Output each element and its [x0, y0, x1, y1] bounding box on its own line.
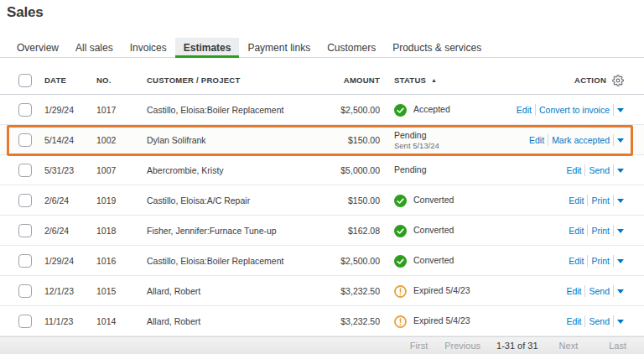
status-label: Accepted	[413, 104, 450, 115]
select-all-checkbox-cell	[18, 65, 32, 95]
sort-ascending-icon: ▲	[431, 77, 437, 83]
row-checkbox[interactable]	[18, 194, 32, 207]
action-dropdown-caret[interactable]	[617, 108, 624, 112]
action-edit-link[interactable]: Edit	[517, 105, 532, 115]
select-all-checkbox[interactable]	[18, 74, 32, 87]
tab-products-services[interactable]: Products & services	[384, 38, 490, 57]
status-content: Converted	[394, 225, 454, 237]
action-dropdown-caret[interactable]	[617, 229, 624, 233]
cell-status: Accepted	[394, 95, 450, 125]
action-dropdown-caret[interactable]	[617, 289, 624, 294]
header-no[interactable]: NO.	[96, 65, 112, 95]
action-dropdown-caret[interactable]	[617, 138, 624, 143]
pagination-first[interactable]: First	[410, 341, 428, 351]
header-action: ACTION	[574, 65, 624, 95]
action-print-link[interactable]: Print	[591, 226, 610, 236]
cell-action: EditConvert to invoice	[517, 95, 624, 125]
cell-status: PendingSent 5/13/24	[394, 125, 439, 155]
cell-status: Expired 5/4/23	[394, 306, 470, 336]
tab-bar: OverviewAll salesInvoicesEstimatesPaymen…	[0, 38, 644, 58]
action-dropdown-caret[interactable]	[617, 199, 624, 203]
action-dropdown-caret[interactable]	[617, 259, 624, 263]
action-dropdown-caret[interactable]	[617, 320, 624, 324]
tab-overview[interactable]: Overview	[8, 38, 67, 57]
action-separator	[613, 195, 614, 206]
row-checkbox-cell	[18, 216, 32, 246]
row-checkbox[interactable]	[18, 315, 32, 328]
cell-amount: $3,232.50	[340, 276, 380, 306]
tab-payment-links[interactable]: Payment links	[239, 38, 319, 57]
cell-amount: $5,000.00	[340, 155, 380, 185]
actions-group: EditSend	[566, 315, 624, 327]
status-expired-warning-icon	[394, 315, 407, 328]
action-send-link[interactable]: Send	[589, 316, 610, 326]
icon-shape	[394, 225, 407, 237]
row-checkbox[interactable]	[18, 224, 32, 237]
cell-date: 12/1/23	[44, 276, 74, 306]
action-print-link[interactable]: Print	[591, 195, 610, 206]
action-send-link[interactable]: Send	[589, 286, 610, 296]
action-mark-accepted-link[interactable]: Mark accepted	[552, 135, 610, 145]
tab-customers[interactable]: Customers	[319, 38, 384, 57]
status-label: Expired 5/4/23	[413, 315, 470, 326]
gear-icon[interactable]	[612, 75, 624, 86]
action-separator	[548, 134, 548, 146]
action-edit-link[interactable]: Edit	[569, 226, 584, 236]
action-edit-link[interactable]: Edit	[569, 195, 584, 206]
status-label: Converted	[413, 225, 454, 236]
status-content: PendingSent 5/13/24	[394, 130, 439, 151]
cell-amount: $2,500.00	[340, 95, 380, 125]
cell-date: 1/29/24	[44, 246, 74, 276]
action-send-link[interactable]: Send	[589, 165, 610, 175]
pagination-last[interactable]: Last	[609, 341, 626, 351]
status-text-block: Converted	[413, 255, 454, 266]
status-label: Converted	[413, 195, 454, 206]
tab-all-sales[interactable]: All sales	[67, 38, 122, 57]
status-label: Pending	[394, 130, 439, 141]
action-convert-to-invoice-link[interactable]: Convert to invoice	[539, 105, 610, 115]
pagination-next[interactable]: Next	[559, 341, 579, 351]
header-status[interactable]: STATUS ▲	[394, 65, 437, 95]
action-edit-link[interactable]: Edit	[566, 165, 581, 175]
actions-group: EditConvert to invoice	[517, 104, 624, 116]
status-content: Accepted	[394, 104, 450, 117]
cell-status: Converted	[394, 185, 454, 216]
action-print-link[interactable]: Print	[591, 256, 610, 266]
cell-date: 1/29/24	[44, 95, 74, 125]
tab-invoices[interactable]: Invoices	[122, 38, 175, 57]
actions-group: EditSend	[566, 164, 624, 176]
action-edit-link[interactable]: Edit	[566, 286, 581, 296]
table-row: 2/6/241018Fisher, Jennifer:Furnace Tune-…	[0, 216, 644, 246]
table-header-row: DATE NO. CUSTOMER / PROJECT AMOUNT STATU…	[0, 59, 644, 95]
pagination-previous[interactable]: Previous	[444, 341, 480, 351]
header-amount[interactable]: AMOUNT	[344, 65, 380, 95]
icon-shape	[612, 75, 624, 86]
cell-no: 1015	[96, 276, 116, 306]
action-separator	[584, 285, 585, 297]
action-separator	[584, 315, 585, 327]
row-checkbox[interactable]	[18, 133, 32, 147]
cell-action: EditPrint	[569, 185, 624, 216]
action-dropdown-caret[interactable]	[617, 169, 624, 173]
action-separator	[587, 255, 588, 267]
icon-shape	[394, 255, 407, 268]
cell-action: EditSend	[566, 306, 624, 336]
action-edit-link[interactable]: Edit	[566, 316, 581, 326]
cell-no: 1014	[96, 306, 116, 336]
row-checkbox[interactable]	[18, 103, 32, 117]
row-checkbox[interactable]	[18, 164, 32, 177]
status-text-block: Pending	[394, 164, 427, 175]
action-edit-link[interactable]: Edit	[569, 256, 584, 266]
table-body: 1/29/241017Castillo, Eloisa:Boiler Repla…	[0, 95, 644, 336]
pagination-bar: First Previous 1-31 of 31 Next Last	[0, 336, 644, 354]
tab-estimates[interactable]: Estimates	[175, 38, 240, 57]
action-edit-link[interactable]: Edit	[529, 135, 544, 145]
action-separator	[613, 315, 614, 327]
cell-date: 11/1/23	[44, 306, 73, 336]
row-checkbox[interactable]	[18, 284, 32, 298]
cell-amount: $2,500.00	[340, 246, 380, 276]
row-checkbox[interactable]	[18, 254, 32, 268]
header-customer[interactable]: CUSTOMER / PROJECT	[147, 65, 240, 95]
header-action-label: ACTION	[574, 75, 606, 85]
header-date[interactable]: DATE	[44, 65, 66, 95]
